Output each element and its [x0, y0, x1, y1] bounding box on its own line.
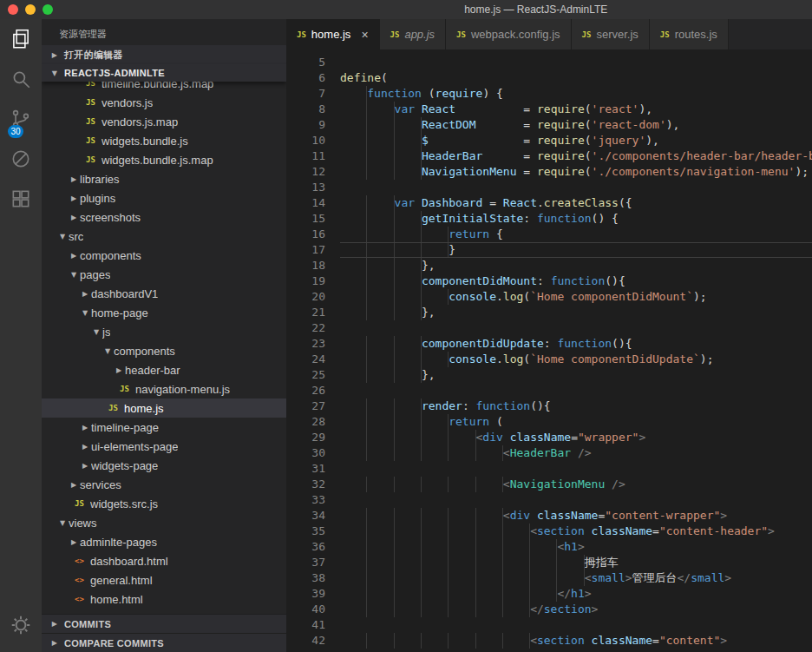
line-number[interactable]: 8 [286, 102, 340, 117]
search-icon[interactable] [0, 59, 42, 99]
tree-item-widgets.src.js[interactable]: JSwidgets.src.js [42, 494, 286, 513]
code-line-5[interactable]: 5 [286, 55, 812, 70]
minimize-window-button[interactable] [25, 4, 36, 15]
tab-server.js[interactable]: JSserver.js [572, 19, 650, 49]
code-line-27[interactable]: 27 render: function(){ [286, 398, 812, 414]
code-line-39[interactable]: 39 </h1> [286, 586, 812, 602]
line-number[interactable]: 6 [286, 70, 340, 86]
tree-item-dashboard.html[interactable]: <>dashboard.html [42, 551, 286, 570]
tab-home.js[interactable]: JShome.js× [286, 19, 380, 49]
code-line-7[interactable]: 7 function (require) { [286, 86, 812, 102]
code-line-11[interactable]: 11 HeaderBar = require('./components/hea… [286, 148, 812, 164]
line-number[interactable]: 25 [286, 367, 340, 383]
tree-item-adminlte-pages[interactable]: ▶adminlte-pages [42, 532, 286, 551]
code-line-28[interactable]: 28 return ( [286, 414, 812, 430]
code-line-35[interactable]: 35 <section className="content-header"> [286, 524, 812, 539]
code-line-10[interactable]: 10 $ = require('jquery'), [286, 133, 812, 148]
tree-item-home.html[interactable]: <>home.html [42, 589, 286, 609]
line-number[interactable]: 37 [286, 555, 340, 570]
tree-item-src[interactable]: ▼src [42, 227, 286, 246]
line-number[interactable]: 40 [286, 602, 340, 617]
line-number[interactable]: 22 [286, 320, 340, 336]
line-number[interactable]: 39 [286, 586, 340, 602]
tab-app.js[interactable]: JSapp.js [380, 19, 447, 49]
line-number[interactable]: 35 [286, 524, 340, 539]
tree-item-plugins[interactable]: ▶plugins [42, 188, 286, 207]
code-line-9[interactable]: 9 ReactDOM = require('react-dom'), [286, 117, 812, 133]
line-number[interactable]: 16 [286, 227, 340, 242]
code-line-31[interactable]: 31 [286, 461, 812, 477]
line-number[interactable]: 9 [286, 117, 340, 133]
code-line-19[interactable]: 19 componentDidMount: function(){ [286, 273, 812, 289]
project-header[interactable]: ▼ REACTJS-ADMINLTE [42, 64, 286, 82]
code-line-14[interactable]: 14 var Dashboard = React.createClass({ [286, 195, 812, 211]
code-line-8[interactable]: 8 var React = require('react'), [286, 102, 812, 117]
tree-item-pages[interactable]: ▼pages [42, 265, 286, 284]
tree-item-home-page[interactable]: ▼home-page [42, 303, 286, 322]
tree-item-navigation-menu.js[interactable]: JSnavigation-menu.js [42, 379, 286, 398]
code-line-21[interactable]: 21 }, [286, 305, 812, 320]
code-line-38[interactable]: 38 <small>管理后台</small> [286, 570, 812, 586]
code-line-42[interactable]: 42 <section className="content"> [286, 633, 812, 649]
explorer-icon[interactable] [0, 19, 42, 59]
line-number[interactable]: 31 [286, 461, 340, 477]
code-line-32[interactable]: 32 <NavigationMenu /> [286, 477, 812, 492]
tree-item-services[interactable]: ▶services [42, 475, 286, 494]
line-number[interactable]: 38 [286, 570, 340, 586]
code-line-15[interactable]: 15 getInitialState: function() { [286, 211, 812, 227]
code-line-18[interactable]: 18 }, [286, 258, 812, 273]
code-line-30[interactable]: 30 <HeaderBar /> [286, 445, 812, 461]
line-number[interactable]: 12 [286, 164, 340, 180]
tree-item-widgets-page[interactable]: ▶widgets-page [42, 456, 286, 475]
tab-routes.js[interactable]: JSroutes.js [650, 19, 729, 49]
tree-item-home.js[interactable]: JShome.js [42, 398, 286, 418]
tree-item-timeline.bundle.js.map[interactable]: JStimeline.bundle.js.map [42, 82, 286, 93]
code-line-22[interactable]: 22 [286, 320, 812, 336]
code-line-16[interactable]: 16 return { [286, 227, 812, 242]
code-line-6[interactable]: 6define( [286, 70, 812, 86]
tree-item-components[interactable]: ▼components [42, 341, 286, 360]
code-line-12[interactable]: 12 NavigationMenu = require('./component… [286, 164, 812, 180]
tree-item-vendors.js.map[interactable]: JSvendors.js.map [42, 112, 286, 131]
extensions-icon[interactable] [0, 179, 42, 219]
line-number[interactable]: 14 [286, 195, 340, 211]
code-line-26[interactable]: 26 [286, 383, 812, 398]
tree-item-header-bar[interactable]: ▶header-bar [42, 360, 286, 379]
line-number[interactable]: 10 [286, 133, 340, 148]
tree-item-ui-elements-page[interactable]: ▶ui-elements-page [42, 437, 286, 456]
tree-item-libraries[interactable]: ▶libraries [42, 169, 286, 188]
tree-item-widgets.bundle.js[interactable]: JSwidgets.bundle.js [42, 131, 286, 150]
tree-item-js[interactable]: ▼js [42, 322, 286, 341]
tree-item-vendors.js[interactable]: JSvendors.js [42, 93, 286, 112]
line-number[interactable]: 20 [286, 289, 340, 305]
tree-item-views[interactable]: ▼views [42, 513, 286, 532]
line-number[interactable]: 13 [286, 180, 340, 195]
line-number[interactable]: 7 [286, 86, 340, 102]
tree-item-components[interactable]: ▶components [42, 246, 286, 265]
code-line-23[interactable]: 23 componentDidUpdate: function(){ [286, 336, 812, 352]
tree-item-general.html[interactable]: <>general.html [42, 570, 286, 589]
line-number[interactable]: 32 [286, 477, 340, 492]
tree-item-widgets.bundle.js.map[interactable]: JSwidgets.bundle.js.map [42, 150, 286, 169]
commits-header[interactable]: ▶ COMMITS [42, 614, 286, 633]
code-line-20[interactable]: 20 console.log(`Home componentDidMount`)… [286, 289, 812, 305]
code-line-41[interactable]: 41 [286, 617, 812, 633]
compare-commits-header[interactable]: ▶ COMPARE COMMITS [42, 633, 286, 652]
line-number[interactable]: 42 [286, 633, 340, 649]
line-number[interactable]: 5 [286, 55, 340, 70]
line-number[interactable]: 23 [286, 336, 340, 352]
tree-item-timeline-page[interactable]: ▶timeline-page [42, 418, 286, 437]
code-line-37[interactable]: 37 拇指车 [286, 555, 812, 570]
code-line-40[interactable]: 40 </section> [286, 602, 812, 617]
line-number[interactable]: 21 [286, 305, 340, 320]
editor[interactable]: 56define(7 function (require) {8 var Rea… [286, 49, 812, 652]
code-line-34[interactable]: 34 <div className="content-wrapper"> [286, 508, 812, 524]
close-window-button[interactable] [8, 4, 18, 15]
code-line-17[interactable]: 17 } [286, 242, 812, 258]
tree-item-screenshots[interactable]: ▶screenshots [42, 207, 286, 227]
source-control-icon[interactable]: 30 [0, 99, 42, 139]
code-line-36[interactable]: 36 <h1> [286, 539, 812, 555]
tab-webpack.config.js[interactable]: JSwebpack.config.js [446, 19, 571, 49]
code-line-25[interactable]: 25 }, [286, 367, 812, 383]
settings-gear-icon[interactable] [0, 605, 42, 645]
